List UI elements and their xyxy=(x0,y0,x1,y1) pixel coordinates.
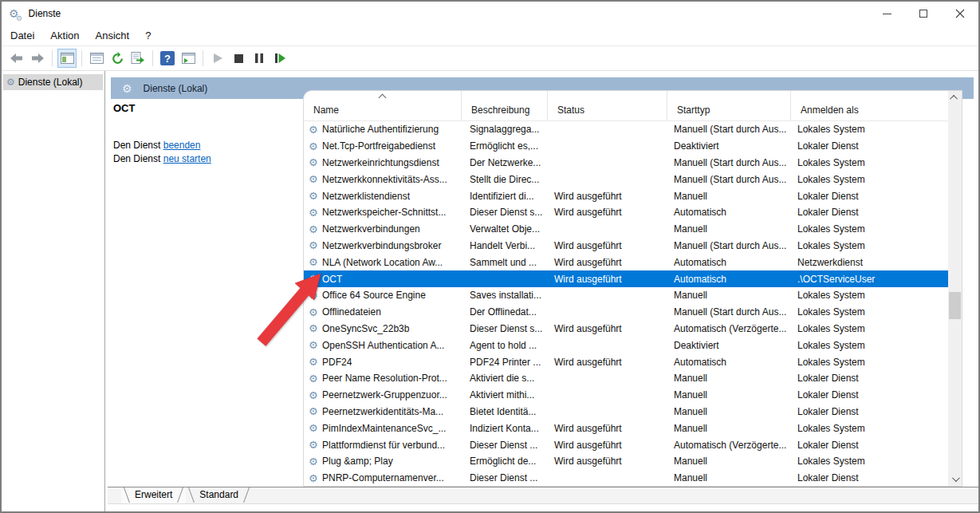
cell-name: Office 64 Source Engine xyxy=(322,290,426,301)
table-row[interactable]: ⚙PNRP-Computernamenver... Dieser Dienst … xyxy=(304,470,948,487)
column-header-status[interactable]: Status xyxy=(548,91,667,120)
menu-datei[interactable]: Datei xyxy=(3,27,41,44)
chevron-up-icon xyxy=(950,95,958,103)
panel-header-label: Dienste (Lokal) xyxy=(144,83,208,94)
table-row[interactable]: ⚙OpenSSH Authentication A... Agent to ho… xyxy=(304,337,948,353)
table-row[interactable]: ⚙PDF24 PDF24 Printer ... Wird ausgeführt… xyxy=(304,353,948,370)
back-arrow-icon xyxy=(10,53,23,63)
service-gear-icon: ⚙ xyxy=(309,239,322,251)
restart-prefix: Den Dienst xyxy=(113,153,163,164)
table-row[interactable]: ⚙NLA (Network Location Aw... Sammelt und… xyxy=(304,254,948,270)
forward-button[interactable] xyxy=(28,49,47,68)
cell-beschreibung: Saves installati... xyxy=(462,290,548,301)
table-row[interactable]: ⚙Netzwerkkonnektivitäts-Ass... Stellt di… xyxy=(304,171,948,187)
close-button[interactable] xyxy=(942,2,978,26)
menu-ansicht[interactable]: Ansicht xyxy=(89,27,137,44)
table-row[interactable]: ⚙Peernetzwerkidentitäts-Ma... Bietet Ide… xyxy=(304,404,948,420)
cell-starttyp: Manuell xyxy=(667,456,791,467)
cell-starttyp: Automatisch xyxy=(667,357,791,368)
table-row[interactable]: ⚙Net.Tcp-Portfreigabedienst Ermöglicht e… xyxy=(304,138,948,155)
close-icon xyxy=(955,9,965,18)
pause-service-button[interactable] xyxy=(250,49,269,68)
service-gear-icon: ⚙ xyxy=(309,422,322,434)
menu-aktion[interactable]: Aktion xyxy=(43,27,86,44)
scrollbar-thumb[interactable] xyxy=(949,292,961,319)
maximize-button[interactable] xyxy=(905,2,942,26)
restart-service-button[interactable] xyxy=(270,49,289,68)
view-tab-strip: Erweitert Standard xyxy=(108,487,978,504)
cell-starttyp: Automatisch xyxy=(667,257,791,268)
properties-icon xyxy=(90,53,104,64)
toolbar: ? xyxy=(2,46,978,71)
stop-service-link[interactable]: beenden xyxy=(163,140,201,151)
restart-service-link[interactable]: neu starten xyxy=(163,153,211,164)
column-header-starttyp[interactable]: Starttyp xyxy=(667,91,791,120)
service-gear-icon: ⚙ xyxy=(309,339,322,351)
cell-anmelden-als: Lokales System xyxy=(791,306,948,318)
table-row[interactable]: ⚙Offlinedateien Der Offlinedat... Manuel… xyxy=(304,304,948,321)
cell-starttyp: Deaktiviert xyxy=(667,140,791,152)
scroll-down-button[interactable] xyxy=(948,472,962,486)
export-list-button[interactable] xyxy=(128,49,148,68)
refresh-button[interactable] xyxy=(108,49,127,68)
column-header-name[interactable]: Name xyxy=(304,91,462,120)
toolbar-separator xyxy=(81,50,82,66)
cell-starttyp: Manuell xyxy=(667,191,791,202)
cell-anmelden-als: Lokales System xyxy=(791,240,948,251)
service-gear-icon: ⚙ xyxy=(309,456,322,468)
table-row[interactable]: ⚙Office 64 Source Engine Saves installat… xyxy=(304,287,948,304)
table-row[interactable]: ⚙Plattformdienst für verbund... Dieser D… xyxy=(304,436,948,453)
help-button[interactable]: ? xyxy=(158,49,177,68)
cell-name: Net.Tcp-Portfreigabedienst xyxy=(322,140,435,152)
cell-starttyp: Automatisch xyxy=(667,207,791,218)
start-service-button[interactable] xyxy=(208,49,227,68)
cell-name: Natürliche Authentifizierung xyxy=(322,124,439,135)
stop-prefix: Den Dienst xyxy=(113,140,163,151)
cell-beschreibung: Dieser Dienst s... xyxy=(462,207,548,218)
table-row[interactable]: ⚙Natürliche Authentifizierung Signalaggr… xyxy=(304,121,948,138)
cell-status: Wird ausgeführt xyxy=(548,257,667,268)
table-row[interactable]: ⚙Netzwerkspeicher-Schnittst... Dieser Di… xyxy=(304,204,948,221)
cell-beschreibung: Aktiviert mithi... xyxy=(462,389,548,401)
table-row[interactable]: ⚙OneSyncSvc_22b3b Dieser Dienst s... Wir… xyxy=(304,321,948,337)
toolbar-separator xyxy=(203,50,203,66)
cell-name: OpenSSH Authentication A... xyxy=(322,340,444,351)
column-header-anmelden-als[interactable]: Anmelden als xyxy=(791,91,948,120)
table-row[interactable]: ⚙Netzwerklistendienst Identifiziert di..… xyxy=(304,187,948,204)
table-row[interactable]: ⚙Peer Name Resolution-Prot... Aktiviert … xyxy=(304,370,948,387)
back-button[interactable] xyxy=(7,49,26,68)
table-row[interactable]: ⚙PimIndexMaintenanceSvc_... Indiziert Ko… xyxy=(304,420,948,436)
cell-anmelden-als: Lokales System xyxy=(791,223,948,235)
cell-starttyp: Deaktiviert xyxy=(667,340,791,351)
menu-help[interactable]: ? xyxy=(138,27,158,44)
tab-standard[interactable]: Standard xyxy=(186,487,252,503)
show-console-tree-button[interactable] xyxy=(57,49,77,68)
vertical-scrollbar[interactable] xyxy=(948,91,962,486)
cell-beschreibung: Verwaltet Obje... xyxy=(462,223,548,235)
export-list-icon xyxy=(131,52,145,65)
tab-erweitert[interactable]: Erweitert xyxy=(121,487,186,503)
table-row[interactable]: ⚙OCT Wird ausgeführt Automatisch .\OCTSe… xyxy=(304,270,948,287)
service-gear-icon: ⚙ xyxy=(309,472,322,484)
cell-starttyp: Manuell xyxy=(667,472,791,483)
table-row[interactable]: ⚙Netzwerkeinrichtungsdienst Der Netzwerk… xyxy=(304,155,948,172)
scroll-up-button[interactable] xyxy=(948,91,962,105)
table-row[interactable]: ⚙Peernetzwerk-Gruppenzuor... Aktiviert m… xyxy=(304,387,948,404)
table-row[interactable]: ⚙Netzwerkverbindungsbroker Handelt Verbi… xyxy=(304,238,948,255)
cell-name: Peer Name Resolution-Prot... xyxy=(322,373,447,384)
service-gear-icon: ⚙ xyxy=(309,156,322,168)
show-action-pane-button[interactable] xyxy=(179,49,198,68)
tree-item-dienste-lokal[interactable]: ⚙ Dienste (Lokal) xyxy=(3,74,103,90)
service-gear-icon: ⚙ xyxy=(309,389,322,401)
services-rows: ⚙Natürliche Authentifizierung Signalaggr… xyxy=(304,121,948,486)
sort-ascending-icon xyxy=(380,93,386,100)
table-row[interactable]: ⚙Netzwerkverbindungen Verwaltet Obje... … xyxy=(304,221,948,238)
cell-beschreibung: Bietet Identitä... xyxy=(462,406,548,417)
cell-starttyp: Manuell xyxy=(667,290,791,301)
table-row[interactable]: ⚙Plug &amp; Play Ermöglicht de... Wird a… xyxy=(304,453,948,470)
column-header-beschreibung[interactable]: Beschreibung xyxy=(462,91,548,120)
cell-beschreibung: Aktiviert die s... xyxy=(462,373,548,384)
properties-button[interactable] xyxy=(87,49,106,68)
minimize-button[interactable] xyxy=(868,2,905,26)
stop-service-button[interactable] xyxy=(229,49,248,68)
